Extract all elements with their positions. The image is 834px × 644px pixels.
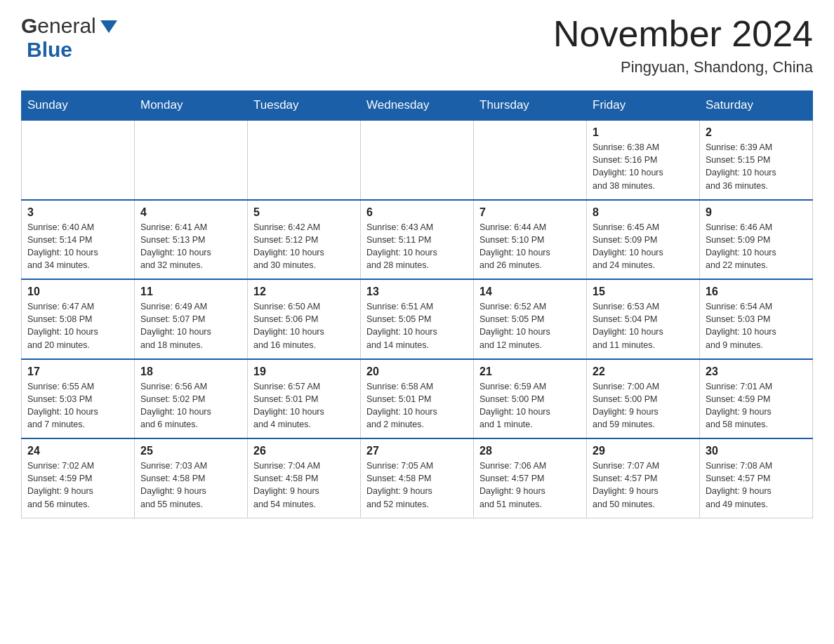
day-info: Sunrise: 7:04 AM Sunset: 4:58 PM Dayligh… bbox=[253, 459, 355, 511]
calendar-cell: 4Sunrise: 6:41 AM Sunset: 5:13 PM Daylig… bbox=[135, 200, 248, 280]
weekday-header-monday: Monday bbox=[135, 91, 248, 121]
calendar-cell: 14Sunrise: 6:52 AM Sunset: 5:05 PM Dayli… bbox=[474, 279, 587, 359]
day-info: Sunrise: 6:43 AM Sunset: 5:11 PM Dayligh… bbox=[366, 221, 468, 272]
day-info: Sunrise: 7:06 AM Sunset: 4:57 PM Dayligh… bbox=[479, 459, 581, 511]
calendar-table: SundayMondayTuesdayWednesdayThursdayFrid… bbox=[21, 90, 813, 518]
logo-general-g: G bbox=[21, 14, 37, 38]
logo: G eneral Blue bbox=[21, 14, 117, 62]
calendar-subtitle: Pingyuan, Shandong, China bbox=[553, 58, 813, 76]
day-number: 24 bbox=[27, 445, 128, 457]
logo-blue-text: Blue bbox=[27, 38, 72, 61]
day-number: 11 bbox=[140, 286, 241, 298]
calendar-cell: 25Sunrise: 7:03 AM Sunset: 4:58 PM Dayli… bbox=[135, 438, 248, 518]
day-info: Sunrise: 7:01 AM Sunset: 4:59 PM Dayligh… bbox=[706, 380, 807, 431]
weekday-header-thursday: Thursday bbox=[474, 91, 587, 121]
calendar-cell: 27Sunrise: 7:05 AM Sunset: 4:58 PM Dayli… bbox=[361, 438, 474, 518]
day-number: 10 bbox=[27, 286, 128, 298]
day-number: 23 bbox=[706, 365, 807, 378]
calendar-cell: 5Sunrise: 6:42 AM Sunset: 5:12 PM Daylig… bbox=[248, 200, 361, 280]
day-info: Sunrise: 6:41 AM Sunset: 5:13 PM Dayligh… bbox=[140, 221, 241, 272]
day-info: Sunrise: 6:53 AM Sunset: 5:04 PM Dayligh… bbox=[593, 300, 694, 351]
calendar-cell: 22Sunrise: 7:00 AM Sunset: 5:00 PM Dayli… bbox=[587, 359, 700, 439]
day-number: 25 bbox=[140, 445, 241, 457]
calendar-cell bbox=[361, 120, 474, 200]
day-info: Sunrise: 7:08 AM Sunset: 4:57 PM Dayligh… bbox=[706, 459, 807, 511]
day-info: Sunrise: 7:05 AM Sunset: 4:58 PM Dayligh… bbox=[366, 459, 468, 511]
day-number: 12 bbox=[253, 286, 355, 298]
calendar-cell: 21Sunrise: 6:59 AM Sunset: 5:00 PM Dayli… bbox=[474, 359, 587, 439]
weekday-header-wednesday: Wednesday bbox=[361, 91, 474, 121]
day-info: Sunrise: 6:44 AM Sunset: 5:10 PM Dayligh… bbox=[479, 221, 581, 272]
day-info: Sunrise: 6:56 AM Sunset: 5:02 PM Dayligh… bbox=[140, 380, 241, 431]
calendar-cell: 15Sunrise: 6:53 AM Sunset: 5:04 PM Dayli… bbox=[587, 279, 700, 359]
day-number: 1 bbox=[593, 126, 694, 139]
weekday-header-tuesday: Tuesday bbox=[248, 91, 361, 121]
day-number: 19 bbox=[253, 365, 355, 378]
day-info: Sunrise: 6:38 AM Sunset: 5:16 PM Dayligh… bbox=[593, 141, 694, 192]
calendar-cell: 16Sunrise: 6:54 AM Sunset: 5:03 PM Dayli… bbox=[700, 279, 813, 359]
day-number: 26 bbox=[253, 445, 355, 457]
day-info: Sunrise: 6:54 AM Sunset: 5:03 PM Dayligh… bbox=[706, 300, 807, 351]
logo-arrow-right-icon bbox=[109, 20, 117, 33]
calendar-cell: 24Sunrise: 7:02 AM Sunset: 4:59 PM Dayli… bbox=[22, 438, 135, 518]
calendar-cell: 2Sunrise: 6:39 AM Sunset: 5:15 PM Daylig… bbox=[700, 120, 813, 200]
day-number: 4 bbox=[140, 206, 241, 219]
day-number: 17 bbox=[27, 365, 128, 378]
weekday-header-friday: Friday bbox=[587, 91, 700, 121]
day-number: 3 bbox=[27, 206, 128, 219]
calendar-cell: 8Sunrise: 6:45 AM Sunset: 5:09 PM Daylig… bbox=[587, 200, 700, 280]
day-number: 2 bbox=[706, 126, 807, 139]
day-info: Sunrise: 6:42 AM Sunset: 5:12 PM Dayligh… bbox=[253, 221, 355, 272]
calendar-cell: 6Sunrise: 6:43 AM Sunset: 5:11 PM Daylig… bbox=[361, 200, 474, 280]
calendar-cell: 10Sunrise: 6:47 AM Sunset: 5:08 PM Dayli… bbox=[22, 279, 135, 359]
day-info: Sunrise: 6:46 AM Sunset: 5:09 PM Dayligh… bbox=[706, 221, 807, 272]
day-number: 30 bbox=[706, 445, 807, 457]
day-number: 29 bbox=[593, 445, 694, 457]
calendar-cell bbox=[135, 120, 248, 200]
day-number: 9 bbox=[706, 206, 807, 219]
day-info: Sunrise: 6:51 AM Sunset: 5:05 PM Dayligh… bbox=[366, 300, 468, 351]
day-info: Sunrise: 7:03 AM Sunset: 4:58 PM Dayligh… bbox=[140, 459, 241, 511]
calendar-cell: 26Sunrise: 7:04 AM Sunset: 4:58 PM Dayli… bbox=[248, 438, 361, 518]
calendar-cell: 13Sunrise: 6:51 AM Sunset: 5:05 PM Dayli… bbox=[361, 279, 474, 359]
calendar-title-area: November 2024 Pingyuan, Shandong, China bbox=[553, 14, 813, 76]
calendar-week-row: 1Sunrise: 6:38 AM Sunset: 5:16 PM Daylig… bbox=[22, 120, 813, 200]
calendar-cell: 11Sunrise: 6:49 AM Sunset: 5:07 PM Dayli… bbox=[135, 279, 248, 359]
logo-arrow-left-icon bbox=[100, 20, 109, 33]
day-number: 15 bbox=[593, 286, 694, 298]
calendar-cell: 29Sunrise: 7:07 AM Sunset: 4:57 PM Dayli… bbox=[587, 438, 700, 518]
day-number: 27 bbox=[366, 445, 468, 457]
calendar-cell: 23Sunrise: 7:01 AM Sunset: 4:59 PM Dayli… bbox=[700, 359, 813, 439]
calendar-cell: 18Sunrise: 6:56 AM Sunset: 5:02 PM Dayli… bbox=[135, 359, 248, 439]
calendar-week-row: 24Sunrise: 7:02 AM Sunset: 4:59 PM Dayli… bbox=[22, 438, 813, 518]
day-info: Sunrise: 7:07 AM Sunset: 4:57 PM Dayligh… bbox=[593, 459, 694, 511]
weekday-header-saturday: Saturday bbox=[700, 91, 813, 121]
logo-eneral: eneral bbox=[37, 14, 95, 38]
calendar-cell bbox=[474, 120, 587, 200]
calendar-week-row: 17Sunrise: 6:55 AM Sunset: 5:03 PM Dayli… bbox=[22, 359, 813, 439]
calendar-cell: 28Sunrise: 7:06 AM Sunset: 4:57 PM Dayli… bbox=[474, 438, 587, 518]
day-info: Sunrise: 6:50 AM Sunset: 5:06 PM Dayligh… bbox=[253, 300, 355, 351]
day-info: Sunrise: 6:45 AM Sunset: 5:09 PM Dayligh… bbox=[593, 221, 694, 272]
day-info: Sunrise: 6:58 AM Sunset: 5:01 PM Dayligh… bbox=[366, 380, 468, 431]
calendar-cell: 17Sunrise: 6:55 AM Sunset: 5:03 PM Dayli… bbox=[22, 359, 135, 439]
day-info: Sunrise: 6:55 AM Sunset: 5:03 PM Dayligh… bbox=[27, 380, 128, 431]
calendar-cell: 30Sunrise: 7:08 AM Sunset: 4:57 PM Dayli… bbox=[700, 438, 813, 518]
day-number: 14 bbox=[479, 286, 581, 298]
day-number: 22 bbox=[593, 365, 694, 378]
calendar-cell: 12Sunrise: 6:50 AM Sunset: 5:06 PM Dayli… bbox=[248, 279, 361, 359]
day-number: 8 bbox=[593, 206, 694, 219]
calendar-cell: 19Sunrise: 6:57 AM Sunset: 5:01 PM Dayli… bbox=[248, 359, 361, 439]
calendar-cell: 9Sunrise: 6:46 AM Sunset: 5:09 PM Daylig… bbox=[700, 200, 813, 280]
day-info: Sunrise: 6:47 AM Sunset: 5:08 PM Dayligh… bbox=[27, 300, 128, 351]
day-number: 16 bbox=[706, 286, 807, 298]
day-info: Sunrise: 6:49 AM Sunset: 5:07 PM Dayligh… bbox=[140, 300, 241, 351]
calendar-cell: 7Sunrise: 6:44 AM Sunset: 5:10 PM Daylig… bbox=[474, 200, 587, 280]
calendar-title: November 2024 bbox=[553, 14, 813, 54]
day-info: Sunrise: 7:00 AM Sunset: 5:00 PM Dayligh… bbox=[593, 380, 694, 431]
day-number: 18 bbox=[140, 365, 241, 378]
weekday-header-sunday: Sunday bbox=[22, 91, 135, 121]
calendar-cell: 3Sunrise: 6:40 AM Sunset: 5:14 PM Daylig… bbox=[22, 200, 135, 280]
weekday-header-row: SundayMondayTuesdayWednesdayThursdayFrid… bbox=[22, 91, 813, 121]
calendar-cell: 20Sunrise: 6:58 AM Sunset: 5:01 PM Dayli… bbox=[361, 359, 474, 439]
